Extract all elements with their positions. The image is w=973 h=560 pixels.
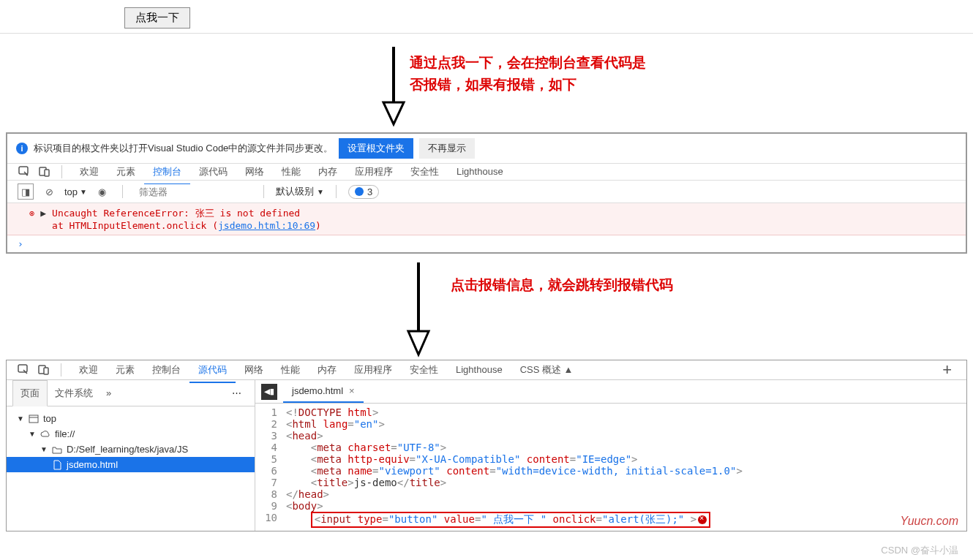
code-content[interactable]: 1<!DOCTYPE html>2<html lang="en">3<head>…	[255, 404, 966, 531]
code-line[interactable]: 3<head>	[255, 430, 966, 442]
svg-rect-10	[29, 415, 38, 423]
inspect-icon[interactable]	[16, 164, 32, 180]
devtools-console-panel: i 标识项目的根文件夹以打开Visual Studio Code中的源文件并同步…	[6, 132, 967, 254]
watermark: Yuucn.com	[901, 515, 958, 528]
error-source-link[interactable]: jsdemo.html:10:69	[218, 220, 315, 231]
tab-3[interactable]: 源代码	[189, 357, 236, 383]
error-icon: ⊗	[29, 208, 34, 219]
annotation-text: 通过点我一下，会在控制台查看代码是	[410, 52, 646, 74]
arrow-down-icon	[404, 262, 433, 357]
rendered-page: 点我一下	[0, 0, 973, 34]
devtools-tab-bar: 欢迎元素控制台源代码网络性能内存应用程序安全性LighthouseCSS 概述 …	[7, 360, 966, 380]
tree-node-top[interactable]: ▼ top	[7, 411, 255, 426]
tab-2[interactable]: 控制台	[143, 357, 189, 382]
svg-marker-1	[383, 102, 404, 124]
tab-4[interactable]: 网络	[236, 357, 272, 382]
console-error-message[interactable]: ⊗ ▶ Uncaught ReferenceError: 张三 is not d…	[7, 203, 966, 235]
notice-text: 标识项目的根文件夹以打开Visual Studio Code中的源文件并同步更改…	[34, 142, 333, 155]
sub-tab-filesystem[interactable]: 文件系统	[48, 381, 100, 406]
device-toggle-icon[interactable]	[36, 362, 52, 378]
code-line[interactable]: 8</head>	[255, 488, 966, 500]
tab-9[interactable]: Lighthouse	[448, 159, 512, 183]
tab-2[interactable]: 控制台	[144, 159, 190, 185]
code-line[interactable]: 7 <title>js-demo</title>	[255, 477, 966, 488]
filter-input[interactable]	[135, 184, 252, 200]
tab-0[interactable]: 欢迎	[70, 357, 107, 382]
more-sub-tabs-icon[interactable]: »	[100, 385, 117, 401]
svg-rect-4	[45, 170, 49, 176]
file-icon	[52, 460, 62, 470]
tab-5[interactable]: 性能	[272, 357, 309, 382]
close-icon[interactable]: ×	[349, 385, 355, 396]
tree-node-dir[interactable]: ▼ D:/Self_learning/tesk/java/JS	[7, 442, 255, 457]
window-icon	[29, 414, 39, 424]
svg-marker-6	[408, 331, 429, 355]
tab-7[interactable]: 应用程序	[345, 357, 401, 382]
tab-5[interactable]: 性能	[273, 159, 309, 183]
tab-3[interactable]: 源代码	[190, 159, 236, 183]
sources-sidebar: 页面 文件系统 » ⋯ ▼ top ▼ file:// ▼ D:/Self_le…	[7, 380, 255, 531]
annotation-1: 通过点我一下，会在控制台查看代码是 否报错，如果有报错，如下	[0, 34, 973, 132]
code-line[interactable]: 6 <meta name="viewport" content="width=d…	[255, 465, 966, 477]
console-toolbar: ◨ ⊘ top ▼ ◉ 默认级别 ▼ 3	[7, 181, 966, 203]
code-line[interactable]: 4 <meta charset="UTF-8">	[255, 442, 966, 453]
svg-rect-2	[19, 167, 28, 174]
expand-caret-icon[interactable]: ▶	[40, 208, 46, 219]
tab-8[interactable]: 安全性	[401, 357, 447, 382]
code-line[interactable]: 1<!DOCTYPE html>	[255, 406, 966, 418]
log-level-selector[interactable]: 默认级别 ▼	[276, 185, 324, 198]
code-line[interactable]: 2<html lang="en">	[255, 418, 966, 430]
toggle-sidebar-icon[interactable]: ◨	[18, 183, 34, 200]
folder-icon	[52, 444, 62, 455]
arrow-down-icon	[379, 47, 408, 127]
more-tabs-button[interactable]: +	[936, 360, 958, 379]
code-line[interactable]: 10 <input type="button" value=" 点我一下 " o…	[255, 512, 966, 528]
set-root-folder-button[interactable]: 设置根文件夹	[339, 138, 413, 159]
dismiss-button[interactable]: 不再显示	[419, 138, 475, 159]
code-line[interactable]: 5 <meta http-equiv="X-UA-Compatible" con…	[255, 453, 966, 465]
more-options-icon[interactable]: ⋯	[226, 385, 249, 401]
file-tab[interactable]: jsdemo.html×	[283, 380, 364, 403]
tab-4[interactable]: 网络	[236, 159, 273, 183]
cloud-icon	[40, 429, 50, 439]
tab-6[interactable]: 内存	[309, 357, 345, 382]
demo-button[interactable]: 点我一下	[124, 7, 190, 29]
console-prompt[interactable]: ›	[7, 235, 966, 252]
code-line[interactable]: 9<body>	[255, 500, 966, 512]
issues-counter[interactable]: 3	[348, 185, 379, 199]
svg-rect-9	[44, 368, 48, 374]
toggle-navigator-icon[interactable]: ◀▮	[261, 384, 277, 400]
annotation-text: 否报错，如果有报错，如下	[410, 74, 646, 96]
devtools-sources-panel: 欢迎元素控制台源代码网络性能内存应用程序安全性LighthouseCSS 概述 …	[6, 360, 967, 531]
tree-node-file[interactable]: jsdemo.html	[7, 457, 255, 472]
tab-0[interactable]: 欢迎	[71, 159, 108, 183]
tab-9[interactable]: Lighthouse	[447, 357, 511, 382]
device-toggle-icon[interactable]	[37, 164, 53, 180]
live-expression-icon[interactable]: ◉	[94, 183, 110, 200]
annotation-2: 点击报错信息，就会跳转到报错代码	[0, 254, 973, 360]
inspect-icon[interactable]	[15, 362, 31, 378]
tab-6[interactable]: 内存	[309, 159, 346, 183]
tab-1[interactable]: 元素	[108, 159, 144, 183]
devtools-tab-bar: 欢迎元素控制台源代码网络性能内存应用程序安全性Lighthouse	[7, 164, 966, 181]
tree-node-file-scheme[interactable]: ▼ file://	[7, 426, 255, 442]
annotation-text: 点击报错信息，就会跳转到报错代码	[451, 276, 673, 295]
context-selector[interactable]: top ▼	[64, 186, 87, 197]
file-tree: ▼ top ▼ file:// ▼ D:/Self_learning/tesk/…	[7, 406, 255, 477]
svg-rect-7	[18, 365, 27, 372]
tab-1[interactable]: 元素	[107, 357, 143, 382]
tab-8[interactable]: 安全性	[402, 159, 448, 183]
clear-console-icon[interactable]: ⊘	[41, 183, 57, 200]
code-editor: ◀▮ jsdemo.html× 1<!DOCTYPE html>2<html l…	[255, 380, 966, 531]
info-icon: i	[16, 143, 28, 154]
sub-tab-page[interactable]: 页面	[12, 380, 48, 406]
tab-10[interactable]: CSS 概述 ▲	[511, 357, 582, 382]
tab-7[interactable]: 应用程序	[346, 159, 402, 183]
